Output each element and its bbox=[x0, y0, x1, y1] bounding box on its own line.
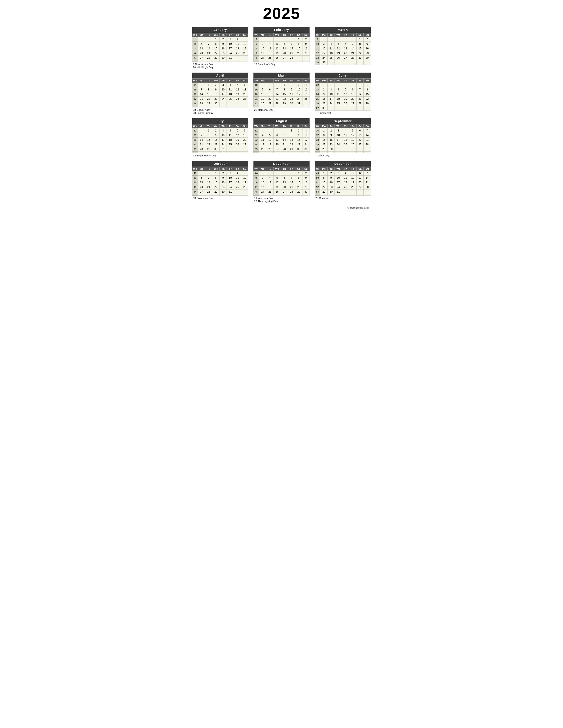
day-cell: 5 bbox=[335, 42, 342, 46]
day-cell: 19 bbox=[273, 51, 281, 56]
day-cell: 10 bbox=[259, 46, 266, 51]
day-cell: 27 bbox=[241, 142, 248, 147]
day-cell: 12 bbox=[241, 42, 248, 46]
day-cell: 26 bbox=[234, 97, 241, 101]
day-cell bbox=[227, 101, 234, 106]
day-cell: 20 bbox=[280, 185, 288, 190]
day-cell bbox=[288, 152, 295, 153]
day-cell bbox=[198, 37, 205, 42]
day-cell: 21 bbox=[364, 138, 371, 142]
day-cell: 9 bbox=[212, 133, 219, 138]
day-cell: 28 bbox=[349, 56, 356, 60]
day-cell: 23 bbox=[302, 51, 310, 56]
day-cell: 27 bbox=[198, 56, 205, 60]
week-number: 33 bbox=[253, 138, 259, 142]
month-table-september: SeptemberWkMoTuWeThFrSaSu361234567378910… bbox=[315, 118, 371, 153]
day-cell: 3 bbox=[227, 171, 234, 176]
day-cell: 23 bbox=[328, 185, 335, 190]
week-row: 27123456 bbox=[192, 128, 248, 133]
month-table-january: JanuaryWkMoTuWeThFrSaSu11234526789101112… bbox=[192, 27, 248, 62]
day-cell: 26 bbox=[234, 142, 241, 147]
day-cell: 9 bbox=[302, 176, 310, 180]
day-cell: 13 bbox=[349, 92, 356, 97]
week-row: 3311121314151617 bbox=[253, 138, 310, 142]
year-title: 2025 bbox=[192, 4, 371, 23]
day-cell bbox=[198, 194, 205, 196]
day-cell bbox=[234, 194, 241, 196]
day-cell: 5 bbox=[273, 42, 281, 46]
day-cell: 24 bbox=[227, 185, 234, 190]
holiday-item: 1 Labor Day bbox=[316, 154, 371, 157]
col-header-th: Th bbox=[219, 124, 227, 128]
day-cell: 17 bbox=[335, 138, 342, 142]
week-row: 512 bbox=[253, 37, 310, 42]
day-cell: 21 bbox=[288, 185, 295, 190]
week-row: 710111213141516 bbox=[253, 46, 310, 51]
day-cell: 24 bbox=[259, 190, 266, 194]
col-header-wk: Wk bbox=[192, 167, 198, 171]
day-cell bbox=[342, 190, 349, 194]
col-header-fr: Fr bbox=[227, 124, 234, 128]
day-cell bbox=[349, 190, 356, 194]
day-cell: 11 bbox=[328, 46, 335, 51]
week-number: 11 bbox=[315, 46, 320, 51]
week-row: 63456789 bbox=[253, 42, 310, 46]
week-number: 9 bbox=[253, 56, 259, 60]
day-cell: 23 bbox=[288, 97, 295, 101]
day-cell: 13 bbox=[273, 138, 281, 142]
day-cell: 1 bbox=[321, 128, 328, 133]
day-cell: 7 bbox=[364, 128, 371, 133]
day-cell: 20 bbox=[241, 92, 248, 97]
day-cell: 17 bbox=[219, 138, 227, 142]
day-cell bbox=[259, 194, 266, 196]
day-cell: 28 bbox=[364, 185, 371, 190]
day-cell: 1 bbox=[321, 171, 328, 176]
day-cell: 20 bbox=[349, 97, 356, 101]
week-row: 53293031 bbox=[315, 190, 371, 194]
day-cell: 4 bbox=[266, 42, 273, 46]
day-cell: 3 bbox=[295, 83, 303, 87]
day-cell: 6 bbox=[342, 42, 349, 46]
holiday-item: 19 Juneteenth bbox=[316, 112, 371, 114]
month-table-july: JulyWkMoTuWeThFrSaSu27123456287891011121… bbox=[192, 118, 248, 153]
col-header-su: Su bbox=[364, 33, 371, 37]
day-cell: 30 bbox=[212, 147, 219, 152]
day-cell: 20 bbox=[356, 138, 364, 142]
week-row: 22262728293031 bbox=[253, 101, 310, 106]
day-cell bbox=[212, 106, 219, 107]
day-cell: 11 bbox=[302, 87, 310, 92]
day-cell: 28 bbox=[280, 147, 288, 152]
day-cell: 22 bbox=[295, 185, 303, 190]
day-cell: 18 bbox=[234, 180, 241, 185]
day-cell: 23 bbox=[321, 101, 328, 106]
day-cell bbox=[288, 37, 295, 42]
col-header-wk: Wk bbox=[192, 124, 198, 128]
col-header-th: Th bbox=[219, 33, 227, 37]
day-cell: 29 bbox=[295, 190, 303, 194]
day-cell bbox=[227, 106, 234, 107]
day-cell bbox=[288, 106, 295, 107]
week-number: 18 bbox=[192, 101, 198, 106]
day-cell: 27 bbox=[266, 101, 273, 106]
day-cell: 5 bbox=[349, 128, 356, 133]
day-cell: 17 bbox=[328, 97, 335, 101]
week-row: 232345678 bbox=[315, 87, 371, 92]
col-header-tu: Tu bbox=[205, 33, 212, 37]
day-cell bbox=[219, 106, 227, 107]
day-cell: 3 bbox=[219, 128, 227, 133]
day-cell: 10 bbox=[219, 87, 227, 92]
day-cell: 30 bbox=[295, 147, 303, 152]
day-cell bbox=[356, 194, 364, 196]
week-row: 491234567 bbox=[315, 171, 371, 176]
day-cell bbox=[364, 152, 371, 153]
day-cell: 19 bbox=[273, 185, 281, 190]
day-cell bbox=[205, 60, 212, 62]
col-header-su: Su bbox=[364, 124, 371, 128]
day-cell: 16 bbox=[328, 138, 335, 142]
holiday-item: 13 Columbus Day bbox=[193, 197, 248, 199]
day-cell bbox=[219, 194, 227, 196]
day-cell: 11 bbox=[234, 176, 241, 180]
day-cell: 23 bbox=[328, 142, 335, 147]
day-cell: 27 bbox=[342, 56, 349, 60]
day-cell: 31 bbox=[227, 56, 234, 60]
